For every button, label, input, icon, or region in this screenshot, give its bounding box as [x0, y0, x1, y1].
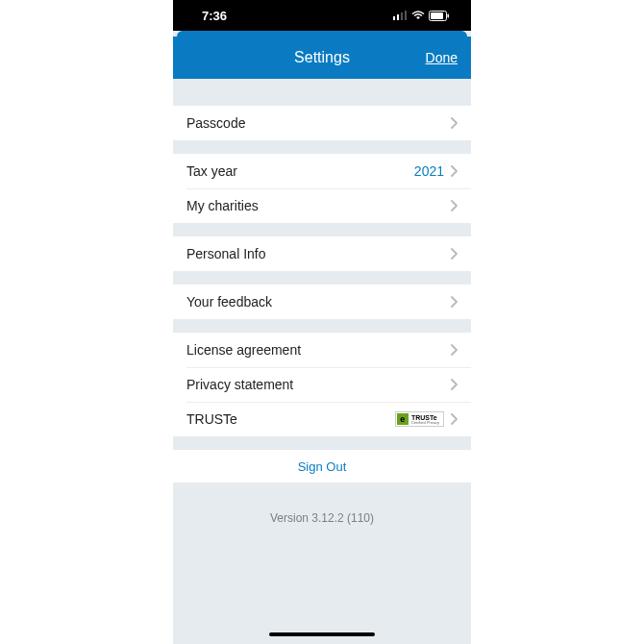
row-label: Personal Info [186, 246, 450, 261]
row-label: Tax year [186, 163, 414, 179]
battery-icon [429, 11, 450, 21]
chevron-right-icon [450, 413, 458, 425]
row-label: License agreement [186, 342, 450, 358]
chevron-right-icon [450, 248, 458, 260]
row-label: Passcode [186, 115, 450, 131]
svg-rect-5 [431, 12, 443, 19]
group-feedback: Your feedback [173, 285, 471, 319]
version-text: Version 3.12.2 (110) [270, 511, 374, 525]
section-gap [173, 79, 471, 106]
row-feedback[interactable]: Your feedback [173, 285, 471, 319]
row-label: My charities [186, 198, 450, 213]
section-gap [173, 319, 471, 333]
home-indicator[interactable] [269, 632, 375, 636]
truste-mark-icon: e [397, 413, 409, 425]
row-value: 2021 [414, 163, 444, 179]
status-right [393, 11, 450, 21]
row-license[interactable]: License agreement [173, 333, 471, 367]
signal-icon [393, 11, 408, 20]
chevron-right-icon [450, 379, 458, 390]
group-security: Passcode [173, 106, 471, 140]
row-passcode[interactable]: Passcode [173, 106, 471, 140]
group-personal: Personal Info [173, 236, 471, 271]
status-time: 7:36 [202, 9, 227, 23]
svg-rect-1 [397, 14, 399, 20]
truste-badge-icon: e TRUSTe Certified Privacy [395, 411, 444, 427]
row-label: Your feedback [186, 294, 450, 310]
done-button[interactable]: Done [426, 50, 458, 65]
svg-rect-2 [401, 12, 403, 20]
version-footer: Version 3.12.2 (110) [173, 483, 471, 525]
row-label: TRUSTe [186, 411, 395, 427]
section-gap [173, 223, 471, 236]
app-screen: 7:36 Settings Done Passcode Tax year 202… [173, 0, 471, 644]
wifi-icon [411, 11, 425, 20]
row-personal-info[interactable]: Personal Info [173, 236, 471, 271]
chevron-right-icon [450, 296, 458, 308]
chevron-right-icon [450, 165, 458, 177]
row-label: Privacy statement [186, 377, 450, 392]
truste-text: TRUSTe Certified Privacy [411, 414, 439, 425]
chevron-right-icon [450, 344, 458, 356]
section-gap [173, 271, 471, 285]
page-title: Settings [294, 49, 350, 66]
svg-rect-6 [448, 13, 450, 17]
signout-button[interactable]: Sign Out [173, 450, 471, 483]
row-privacy[interactable]: Privacy statement [173, 367, 471, 402]
group-legal: License agreement Privacy statement TRUS… [173, 333, 471, 436]
row-truste[interactable]: TRUSTe e TRUSTe Certified Privacy [173, 402, 471, 436]
signout-label: Sign Out [298, 459, 347, 474]
truste-sub: Certified Privacy [411, 421, 439, 425]
nav-header: Settings Done [173, 37, 471, 79]
row-my-charities[interactable]: My charities [173, 188, 471, 223]
chevron-right-icon [450, 117, 458, 129]
svg-rect-3 [405, 11, 407, 20]
chevron-right-icon [450, 200, 458, 211]
svg-rect-0 [393, 16, 395, 20]
status-bar: 7:36 [173, 0, 471, 31]
section-gap [173, 436, 471, 450]
group-tax: Tax year 2021 My charities [173, 154, 471, 223]
section-gap [173, 140, 471, 154]
row-tax-year[interactable]: Tax year 2021 [173, 154, 471, 188]
